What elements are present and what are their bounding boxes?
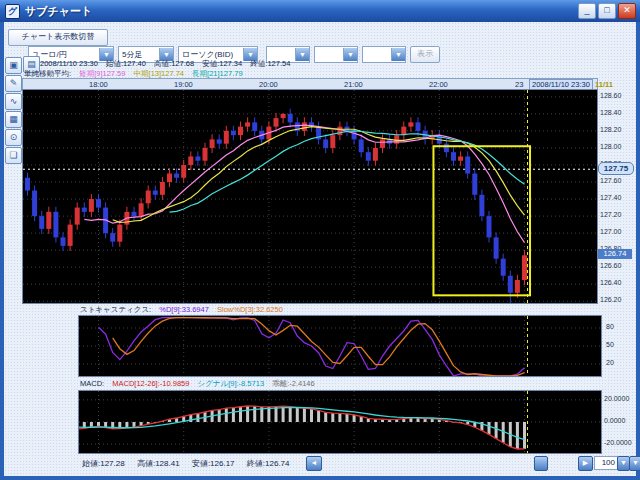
time-tick-label: 21:00 — [344, 80, 363, 89]
macd-tick-label: 20.0000 — [604, 395, 629, 402]
macd-tick-label: 0.0000 — [604, 417, 625, 424]
candle-datetime: 2008/11/10 23:30 — [40, 59, 98, 68]
last-price-tag: 126.74 — [598, 249, 632, 259]
macd-signal-value: シグナル[9]:-8.5713 — [197, 379, 264, 388]
maximize-button[interactable]: □ — [598, 3, 616, 19]
bar-count-input[interactable]: 100 — [594, 456, 618, 470]
macd-tick-label: -20.0000 — [604, 439, 632, 446]
macd-plot[interactable] — [78, 390, 602, 454]
stochastics-plot[interactable] — [78, 315, 602, 377]
minimize-button[interactable]: _ — [578, 3, 596, 19]
price-tick-label: 127.00 — [600, 228, 621, 235]
time-tick-label: 23 — [515, 80, 523, 89]
stochastics-axis: 805020 — [604, 315, 636, 375]
macd-divergence-value: 乖離:-2.4146 — [272, 379, 315, 388]
window-title: サブチャート — [25, 4, 92, 19]
filter-select-2[interactable]: ▼ — [314, 46, 358, 63]
stoch-slow-value: Slow%D[3]:32.6250 — [217, 305, 283, 314]
sma-short-value: 短期[9]127.59 — [79, 69, 125, 78]
price-tick-label: 128.00 — [600, 143, 621, 150]
time-tick-label: 18:00 — [89, 80, 108, 89]
macd-info-line: MACD: MACD[12-26]:-10.9859 シグナル[9]:-8.57… — [80, 379, 321, 389]
candle-high: 高値:127.68 — [154, 59, 194, 68]
candle-close: 終値:127.54 — [250, 59, 290, 68]
settings-icon[interactable]: ⊙ — [5, 129, 22, 146]
data-table-icon[interactable]: ▦ — [5, 111, 22, 128]
chevron-down-icon[interactable]: ▼ — [295, 48, 309, 61]
filter-select-3[interactable]: ▼ — [362, 46, 406, 63]
chevron-down-icon[interactable]: ▼ — [391, 48, 405, 61]
macd-value: MACD[12-26]:-10.9859 — [112, 379, 189, 388]
candle-low: 安値:127.34 — [202, 59, 242, 68]
drawing-toolbar: ▣✎∿▦⊙❏ — [4, 57, 20, 453]
price-tick-label: 128.20 — [600, 126, 621, 133]
price-tick-label: 126.20 — [600, 296, 621, 303]
candle-open: 始値:127.40 — [106, 59, 146, 68]
time-tick-label: 22:00 — [429, 80, 448, 89]
scrollbar-thumb[interactable] — [534, 456, 548, 471]
stoch-d-value: %D[9]:33.6947 — [159, 305, 209, 314]
sma-long-value: 長期[21]127.79 — [192, 69, 242, 78]
app-icon: グ — [5, 4, 20, 19]
price-axis: 128.60128.40128.20128.00127.80127.60127.… — [598, 89, 636, 302]
scroll-right-button[interactable]: ▶ — [578, 456, 593, 471]
stoch-tick-label: 20 — [606, 359, 614, 366]
session-high: 高値:128.41 — [137, 459, 180, 468]
main-chart-plot[interactable] — [22, 89, 598, 304]
stochastics-info-line: ストキャスティクス: %D[9]:33.6947 Slow%D[3]:32.62… — [80, 305, 289, 315]
stoch-tick-label: 50 — [606, 341, 614, 348]
price-marker-bubble: 127.75 — [598, 162, 634, 175]
draw-line-icon[interactable]: ✎ — [5, 75, 22, 92]
price-tick-label: 127.40 — [600, 194, 621, 201]
chart-display-switch-button[interactable]: チャート表示数切替 — [8, 29, 108, 46]
app-window: グ サブチャート _ □ ✕ チャート表示数切替 ユーロ/円 ▼ 5分足 ▼ ロ… — [0, 0, 640, 480]
sma-mid-value: 中期[13]127.74 — [134, 69, 184, 78]
price-tick-label: 126.40 — [600, 279, 621, 286]
price-tick-label: 128.40 — [600, 109, 621, 116]
time-tick-label: 20:00 — [259, 80, 278, 89]
apply-button[interactable]: 表示 — [410, 46, 440, 63]
detail-button[interactable]: ◄ — [306, 456, 322, 471]
ohlc-info-line: 2008/11/10 23:30 始値:127.40 高値:127.68 安値:… — [40, 59, 296, 69]
zoom-stepper-down[interactable]: ▼ — [629, 456, 640, 471]
stoch-tick-label: 80 — [606, 323, 614, 330]
price-tick-label: 128.60 — [600, 92, 621, 99]
sma-label: 単純移動平均: — [24, 69, 71, 78]
macd-axis: 20.00000.0000-20.0000 — [602, 390, 636, 452]
session-close: 終値:126.74 — [247, 459, 290, 468]
price-tick-label: 127.20 — [600, 211, 621, 218]
price-tick-label: 127.60 — [600, 177, 621, 184]
indicator-icon[interactable]: ∿ — [5, 93, 22, 110]
stochastics-label: ストキャスティクス: — [80, 305, 151, 314]
time-tick-label: 19:00 — [174, 80, 193, 89]
cursor-mode-icon[interactable]: ▣ — [5, 57, 22, 74]
session-ohlc-bar: 始値:127.28 高値:128.41 安値:126.17 終値:126.74 — [82, 458, 300, 469]
new-window-icon[interactable]: ❏ — [5, 147, 22, 164]
session-low: 安値:126.17 — [192, 459, 235, 468]
close-button[interactable]: ✕ — [618, 3, 636, 19]
next-day-label: 11/11 — [595, 80, 613, 89]
macd-label: MACD: — [80, 379, 104, 388]
window-content: チャート表示数切替 ユーロ/円 ▼ 5分足 ▼ ローソク(BID) ▼ ▼ ▼ … — [4, 22, 636, 476]
chevron-down-icon[interactable]: ▼ — [343, 48, 357, 61]
session-open: 始値:127.28 — [82, 459, 125, 468]
title-bar[interactable]: グ サブチャート _ □ ✕ — [0, 0, 640, 22]
price-tick-label: 126.60 — [600, 262, 621, 269]
